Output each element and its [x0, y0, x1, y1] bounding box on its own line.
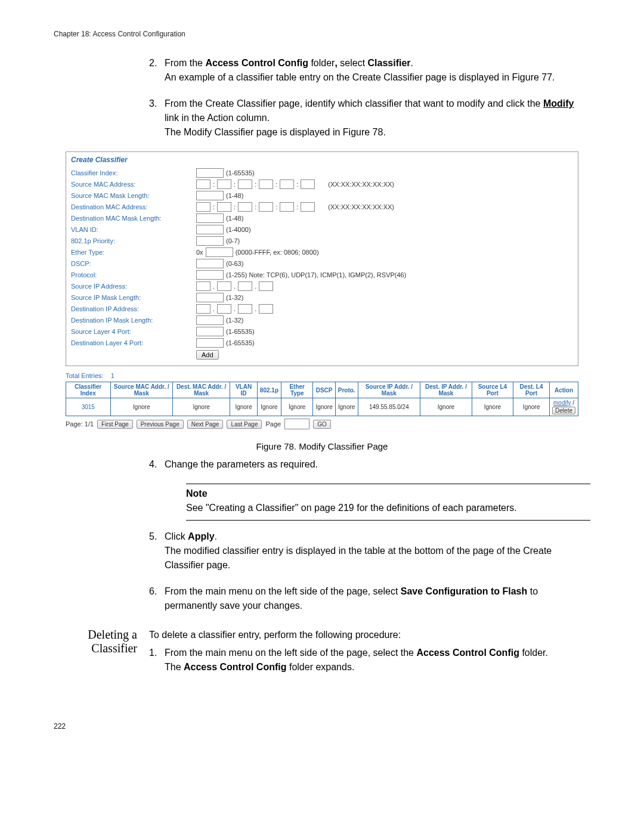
- dst-mac-6[interactable]: [301, 202, 315, 212]
- src-mac-1[interactable]: [196, 179, 210, 189]
- th-vlan: VLAN ID: [230, 382, 258, 398]
- src-mac-len-input[interactable]: [196, 191, 224, 200]
- th-ether: Ether Type: [281, 382, 313, 398]
- total-entries: Total Entries: 1: [66, 372, 590, 379]
- th-src-mac: Source MAC Addr. / Mask: [110, 382, 173, 398]
- src-mac-2[interactable]: [217, 179, 231, 189]
- row-dscp: DSCP: (0-63): [71, 258, 573, 269]
- row-dest-l4: Destination Layer 4 Port: (1-65535): [71, 337, 573, 348]
- src-mac-5[interactable]: [280, 179, 294, 189]
- step-4: 4. Change the parameters as required.: [149, 457, 590, 472]
- note-body: See "Creating a Classifier" on page 219 …: [186, 501, 590, 515]
- src-mac-3[interactable]: [238, 179, 252, 189]
- 8021p-input[interactable]: [196, 236, 224, 246]
- src-ip-3[interactable]: [238, 281, 252, 291]
- note-box: Note See "Creating a Classifier" on page…: [186, 484, 590, 521]
- create-classifier-panel: Create Classifier Classifier Index: (1-6…: [66, 151, 578, 366]
- row-dest-ip-len: Destination IP Mask Length: (1-32): [71, 315, 573, 326]
- th-src-ip: Source IP Addr. / Mask: [358, 382, 420, 398]
- page-input[interactable]: [284, 419, 309, 429]
- step-5: 5. Click Apply. The modified classifier …: [149, 529, 590, 572]
- th-dst-mac: Dest. MAC Addr. / Mask: [173, 382, 230, 398]
- next-page-button[interactable]: Next Page: [187, 420, 224, 429]
- th-index: Classifier Index: [66, 382, 111, 398]
- th-dscp: DSCP: [313, 382, 335, 398]
- row-source-ip-len: Source IP Mask Length: (1-32): [71, 292, 573, 303]
- src-ip-len-input[interactable]: [196, 293, 224, 302]
- modify-link[interactable]: modify: [553, 400, 571, 406]
- dst-mac-2[interactable]: [217, 202, 231, 212]
- dst-mac-5[interactable]: [280, 202, 294, 212]
- row-dest-ip: Destination IP Address: . . .: [71, 304, 573, 314]
- last-page-button[interactable]: Last Page: [227, 420, 262, 429]
- th-action: Action: [550, 382, 578, 398]
- first-page-button[interactable]: First Page: [97, 420, 133, 429]
- panel-title: Create Classifier: [71, 156, 573, 164]
- src-mac-4[interactable]: [259, 179, 273, 189]
- figure-caption: Figure 78. Modify Classifier Page: [54, 441, 590, 451]
- row-classifier-index: Classifier Index: (1-65535): [71, 168, 573, 178]
- ordered-steps-bottom: 4. Change the parameters as required. No…: [149, 457, 590, 613]
- dst-mac-3[interactable]: [238, 202, 252, 212]
- add-button[interactable]: Add: [196, 350, 219, 360]
- th-src-l4: Source L4 Port: [472, 382, 513, 398]
- row-dest-mac: Destination MAC Address: : : : : : (XX:X…: [71, 202, 573, 212]
- row-dest-mac-len: Destination MAC Mask Length: (1-48): [71, 213, 573, 224]
- protocol-input[interactable]: [196, 270, 224, 280]
- dst-ip-2[interactable]: [217, 304, 231, 314]
- src-ip-2[interactable]: [217, 281, 231, 291]
- ether-type-input[interactable]: [206, 247, 233, 257]
- row-source-l4: Source Layer 4 Port: (1-65535): [71, 326, 573, 337]
- go-button[interactable]: GO: [313, 420, 331, 429]
- previous-page-button[interactable]: Previous Page: [137, 420, 184, 429]
- dscp-input[interactable]: [196, 259, 224, 268]
- src-ip-4[interactable]: [259, 281, 273, 291]
- page-label: Page: 1/1: [66, 420, 94, 428]
- dst-mac-4[interactable]: [259, 202, 273, 212]
- delete-button[interactable]: Delete: [552, 407, 575, 414]
- step-2: 2. From the Access Control Config folder…: [149, 56, 590, 85]
- note-title: Note: [186, 487, 590, 501]
- dst-ip-3[interactable]: [238, 304, 252, 314]
- chapter-header: Chapter 18: Access Control Configuration: [54, 30, 590, 38]
- row-ether-type: Ether Type: 0x (0000-FFFF, ex: 0806; 080…: [71, 247, 573, 258]
- th-dst-ip: Dest. IP Addr. / Mask: [420, 382, 472, 398]
- dst-ip-1[interactable]: [196, 304, 210, 314]
- row-protocol: Protocol: (1-255) Note: TCP(6), UDP(17),…: [71, 270, 573, 280]
- th-8021p: 802.1p: [257, 382, 281, 398]
- table-row: 3015 Ignore Ignore Ignore Ignore Ignore …: [66, 398, 578, 416]
- vlan-id-input[interactable]: [196, 225, 224, 234]
- page-number: 222: [54, 722, 590, 730]
- row-source-mac-len: Source MAC Mask Length: (1-48): [71, 190, 573, 201]
- classifier-table: Classifier Index Source MAC Addr. / Mask…: [66, 382, 578, 416]
- paginator: Page: 1/1 First Page Previous Page Next …: [66, 419, 578, 429]
- th-proto: Proto.: [335, 382, 358, 398]
- deleting-step-1: 1. From the main menu on the left side o…: [149, 646, 590, 674]
- ordered-steps-top: 2. From the Access Control Config folder…: [149, 56, 590, 140]
- dst-ip-4[interactable]: [259, 304, 273, 314]
- src-l4-input[interactable]: [196, 327, 224, 336]
- side-heading: Deleting a Classifier: [54, 628, 149, 686]
- deleting-section: Deleting a Classifier To delete a classi…: [54, 628, 590, 686]
- row-source-ip: Source IP Address: . . .: [71, 281, 573, 292]
- dst-l4-input[interactable]: [196, 338, 224, 348]
- th-dst-l4: Dest. L4 Port: [513, 382, 550, 398]
- deleting-intro: To delete a classifier entry, perform th…: [149, 628, 590, 642]
- dst-mac-len-input[interactable]: [196, 213, 224, 223]
- src-ip-1[interactable]: [196, 281, 210, 291]
- step-3: 3. From the Create Classifier page, iden…: [149, 97, 590, 140]
- step-6: 6. From the main menu on the left side o…: [149, 584, 590, 613]
- classifier-index-input[interactable]: [196, 168, 224, 178]
- row-source-mac: Source MAC Address: : : : : : (XX:XX:XX:…: [71, 179, 573, 190]
- dst-ip-len-input[interactable]: [196, 315, 224, 325]
- dst-mac-1[interactable]: [196, 202, 210, 212]
- src-mac-6[interactable]: [301, 179, 315, 189]
- row-8021p: 802.1p Priority: (0-7): [71, 236, 573, 246]
- row-vlan-id: VLAN ID: (1-4000): [71, 224, 573, 235]
